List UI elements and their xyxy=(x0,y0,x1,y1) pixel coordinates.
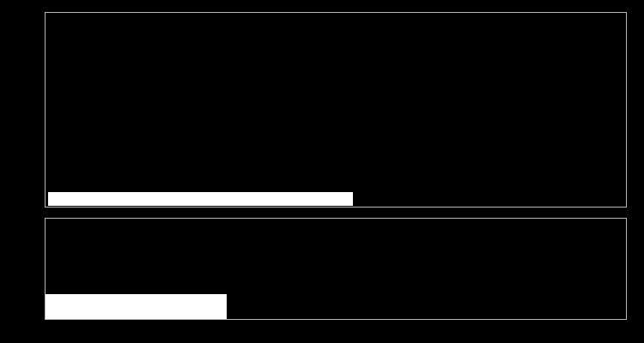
volatility-plot-area xyxy=(45,12,627,208)
return-legend-line-sample xyxy=(194,300,220,302)
volatility-legend xyxy=(48,192,353,206)
price-legend-line-sample xyxy=(194,312,220,314)
price-legend-row xyxy=(46,307,227,319)
return-price-legend xyxy=(46,294,227,319)
volatility-legend-row xyxy=(48,193,353,205)
chart-image xyxy=(0,0,644,343)
volatility-legend-line-sample xyxy=(320,198,346,200)
volatility-line-chart xyxy=(46,13,626,207)
return-legend-row xyxy=(46,295,227,307)
